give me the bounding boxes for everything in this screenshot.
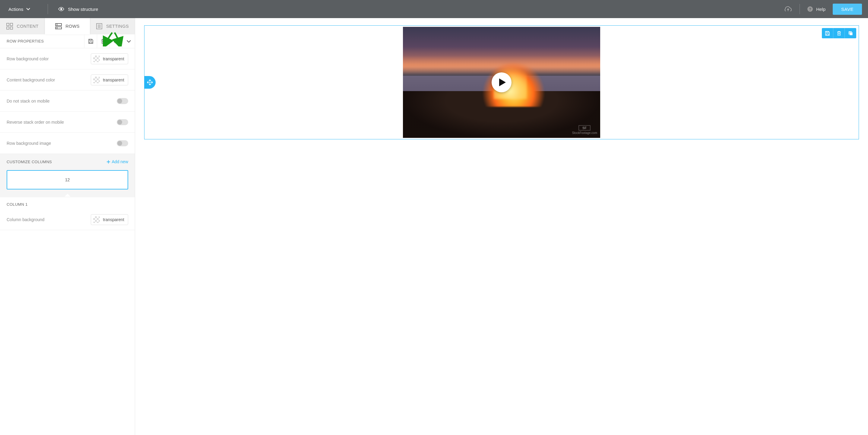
save-icon	[88, 39, 93, 44]
svg-rect-4	[10, 23, 13, 26]
prop-row-bg-color: Row background color transparent	[0, 48, 135, 69]
trash-icon	[837, 31, 841, 36]
duplicate-row-button[interactable]	[110, 34, 122, 48]
row-duplicate-button[interactable]	[845, 28, 856, 38]
chevron-down-icon	[126, 40, 131, 43]
svg-rect-19	[826, 34, 829, 35]
play-button[interactable]	[492, 72, 512, 92]
svg-text:?: ?	[809, 7, 811, 11]
prop-column-bg: Column background transparent	[0, 209, 135, 230]
column-1-section: COLUMN 1 Column background transparent	[0, 197, 135, 230]
rows-icon	[55, 23, 62, 30]
cloud-upload-icon[interactable]	[784, 6, 792, 12]
tab-settings[interactable]: SETTINGS	[90, 18, 135, 34]
add-new-column-button[interactable]: Add new	[107, 159, 128, 164]
settings-icon	[96, 23, 102, 30]
canvas[interactable]: SF StockFootage.com	[135, 18, 868, 435]
save-icon	[825, 31, 830, 36]
customize-columns-section: CUSTOMIZE COLUMNS Add new 12	[0, 154, 135, 197]
column-1-title: COLUMN 1	[0, 197, 135, 209]
column-pointer	[0, 194, 135, 197]
svg-rect-15	[90, 42, 92, 43]
prop-label: Column background	[7, 217, 91, 222]
column-width-box[interactable]: 12	[7, 170, 128, 189]
row-delete-button[interactable]	[833, 28, 845, 38]
row-actions	[822, 28, 856, 38]
content-bg-color-picker[interactable]: transparent	[91, 74, 128, 85]
eye-icon	[58, 7, 64, 11]
collapse-panel-button[interactable]	[122, 34, 135, 48]
save-row-button[interactable]	[84, 34, 97, 48]
row-save-button[interactable]	[822, 28, 833, 38]
color-value: transparent	[103, 217, 124, 222]
help-button[interactable]: ? Help	[807, 6, 826, 12]
selected-row[interactable]: SF StockFootage.com	[144, 25, 859, 139]
prop-content-bg-color: Content background color transparent	[0, 69, 135, 91]
tab-settings-label: SETTINGS	[106, 24, 129, 29]
reverse-stack-toggle[interactable]	[117, 119, 128, 125]
svg-rect-8	[56, 27, 62, 29]
tab-content[interactable]: CONTENT	[0, 18, 45, 34]
save-button[interactable]: SAVE	[833, 4, 862, 15]
column-width-value: 12	[65, 177, 70, 182]
actions-menu[interactable]: Actions	[6, 7, 39, 12]
prop-label: Reverse stack order on mobile	[7, 120, 117, 125]
prop-label: Row background color	[7, 56, 91, 61]
prop-row-bg-image: Row background image	[0, 133, 135, 154]
svg-rect-6	[10, 27, 13, 29]
play-icon	[499, 79, 506, 86]
divider	[48, 4, 48, 14]
prop-label: Content background color	[7, 77, 91, 82]
chevron-down-icon	[26, 8, 30, 10]
svg-rect-22	[849, 32, 852, 35]
help-label: Help	[816, 7, 826, 12]
topbar: Actions Show structure ? Help SAVE	[0, 0, 868, 18]
no-stack-mobile-toggle[interactable]	[117, 98, 128, 104]
add-new-label: Add new	[112, 159, 128, 164]
column-bg-color-picker[interactable]: transparent	[91, 214, 128, 225]
customize-columns-title: CUSTOMIZE COLUMNS	[7, 160, 107, 164]
svg-rect-16	[90, 39, 92, 40]
delete-row-button[interactable]	[97, 34, 110, 48]
tab-rows-label: ROWS	[65, 24, 79, 29]
duplicate-icon	[114, 39, 119, 44]
svg-rect-18	[115, 40, 118, 43]
svg-rect-7	[56, 24, 62, 26]
video-thumbnail[interactable]: SF StockFootage.com	[403, 27, 600, 138]
sidebar-tabs: CONTENT ROWS SETTINGS	[0, 18, 135, 34]
svg-text:SF: SF	[582, 126, 587, 130]
content-icon	[6, 23, 13, 30]
row-bg-image-toggle[interactable]	[117, 140, 128, 146]
transparent-swatch-icon	[93, 216, 100, 223]
trash-icon	[101, 39, 106, 44]
tab-content-label: CONTENT	[17, 24, 38, 29]
help-icon: ?	[807, 6, 813, 12]
move-handle[interactable]	[144, 76, 156, 89]
transparent-swatch-icon	[93, 56, 100, 62]
move-icon	[147, 79, 153, 85]
svg-rect-20	[826, 31, 829, 32]
tab-rows[interactable]: ROWS	[45, 18, 90, 34]
prop-label: Do not stack on mobile	[7, 99, 117, 103]
panel-title: ROW PROPERTIES	[0, 39, 84, 43]
svg-rect-3	[7, 23, 9, 26]
divider	[800, 4, 800, 14]
prop-reverse-stack: Reverse stack order on mobile	[0, 112, 135, 133]
transparent-swatch-icon	[93, 76, 100, 83]
show-structure-toggle[interactable]: Show structure	[58, 7, 98, 12]
color-value: transparent	[103, 56, 124, 61]
sidebar: CONTENT ROWS SETTINGS ROW PROPERTIES	[0, 18, 135, 435]
prop-no-stack-mobile: Do not stack on mobile	[0, 91, 135, 112]
prop-label: Row background image	[7, 141, 117, 146]
svg-point-0	[60, 8, 62, 10]
duplicate-icon	[848, 31, 853, 36]
color-value: transparent	[103, 77, 124, 82]
panel-header: ROW PROPERTIES	[0, 34, 135, 48]
row-bg-color-picker[interactable]: transparent	[91, 53, 128, 64]
show-structure-label: Show structure	[68, 7, 98, 12]
actions-label: Actions	[8, 7, 23, 12]
svg-rect-5	[7, 27, 9, 29]
plus-icon	[107, 160, 110, 163]
watermark: SF StockFootage.com	[572, 125, 597, 135]
